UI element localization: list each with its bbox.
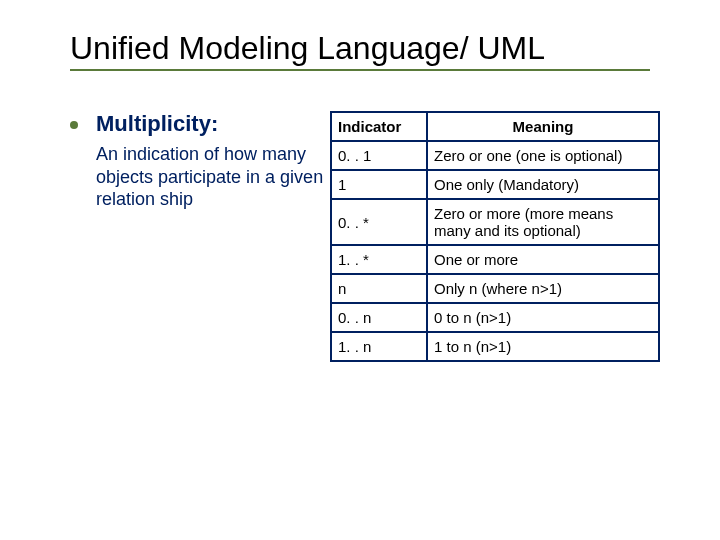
multiplicity-table: Indicator Meaning 0. . 1 Zero or one (on… (330, 111, 660, 362)
cell-indicator: n (331, 274, 427, 303)
content-area: Multiplicity: An indication of how many … (40, 111, 680, 362)
table-row: n Only n (where n>1) (331, 274, 659, 303)
cell-meaning: One only (Mandatory) (427, 170, 659, 199)
table-header-row: Indicator Meaning (331, 112, 659, 141)
bullet-icon (70, 121, 78, 129)
cell-indicator: 1 (331, 170, 427, 199)
table-row: 0. . 1 Zero or one (one is optional) (331, 141, 659, 170)
cell-indicator: 1. . * (331, 245, 427, 274)
cell-indicator: 1. . n (331, 332, 427, 361)
table-row: 0. . n 0 to n (n>1) (331, 303, 659, 332)
subsection-title: Multiplicity: (96, 111, 330, 137)
slide: Unified Modeling Language/ UML Multiplic… (0, 0, 720, 540)
header-indicator: Indicator (331, 112, 427, 141)
cell-meaning: 0 to n (n>1) (427, 303, 659, 332)
left-panel: Multiplicity: An indication of how many … (70, 111, 330, 362)
cell-meaning: Zero or one (one is optional) (427, 141, 659, 170)
cell-indicator: 0. . * (331, 199, 427, 245)
right-panel: Indicator Meaning 0. . 1 Zero or one (on… (330, 111, 680, 362)
cell-indicator: 0. . 1 (331, 141, 427, 170)
table-row: 1 One only (Mandatory) (331, 170, 659, 199)
page-title: Unified Modeling Language/ UML (40, 30, 680, 67)
header-meaning: Meaning (427, 112, 659, 141)
title-underline (70, 69, 650, 71)
cell-meaning: Only n (where n>1) (427, 274, 659, 303)
cell-meaning: 1 to n (n>1) (427, 332, 659, 361)
table-row: 0. . * Zero or more (more means many and… (331, 199, 659, 245)
table-row: 1. . n 1 to n (n>1) (331, 332, 659, 361)
left-text: Multiplicity: An indication of how many … (96, 111, 330, 211)
cell-meaning: Zero or more (more means many and its op… (427, 199, 659, 245)
cell-meaning: One or more (427, 245, 659, 274)
table-row: 1. . * One or more (331, 245, 659, 274)
subsection-description: An indication of how many objects partic… (96, 143, 330, 211)
cell-indicator: 0. . n (331, 303, 427, 332)
